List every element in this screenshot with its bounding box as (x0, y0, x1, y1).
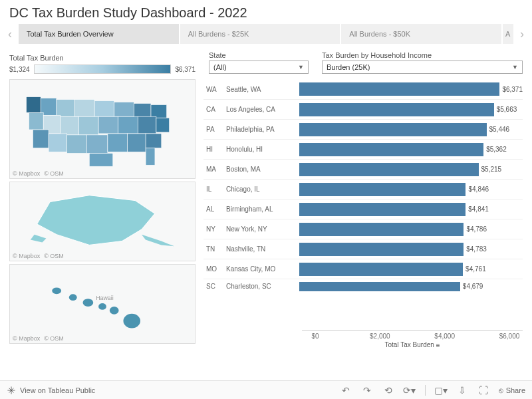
redo-button[interactable]: ↷ (361, 384, 373, 396)
bar-state-code: TN (203, 245, 226, 253)
svg-rect-21 (127, 134, 146, 152)
undo-button[interactable]: ↶ (340, 384, 352, 396)
svg-rect-14 (138, 116, 156, 134)
fullscreen-button[interactable]: ⛶ (477, 384, 489, 396)
state-filter-label: State (209, 51, 309, 59)
bar-fill (299, 82, 499, 96)
map-credit-osm: © OSM (44, 253, 64, 259)
income-filter-dropdown[interactable]: Burden (25K) ▼ (322, 61, 523, 74)
state-filter-dropdown[interactable]: (All) ▼ (209, 61, 309, 74)
share-button[interactable]: ⎋ Share (499, 386, 525, 394)
svg-rect-5 (114, 102, 134, 117)
replay-button[interactable]: ⟲ (382, 384, 394, 396)
tabs-next-arrow[interactable]: › (516, 23, 528, 45)
tabs-prev-arrow[interactable]: ‹ (4, 23, 16, 45)
bar-row[interactable]: WASeattle, WA$6,371 (203, 79, 523, 99)
bar-track: $4,783 (299, 239, 523, 259)
bar-row[interactable]: TNNashville, TN$4,783 (203, 239, 523, 259)
divider (425, 385, 426, 396)
page-title: DC Tax Burden Study Dashboard - 2022 (0, 0, 532, 23)
bar-fill (299, 243, 464, 256)
map-alaska[interactable]: © Mapbox© OSM (9, 182, 196, 261)
bar-track: $4,786 (299, 219, 523, 239)
svg-rect-13 (118, 116, 138, 134)
svg-rect-7 (151, 104, 167, 118)
svg-rect-18 (67, 135, 87, 154)
bar-fill (299, 143, 483, 156)
map-credit-osm: © OSM (44, 335, 64, 342)
bar-track: $4,841 (299, 200, 523, 219)
footer-toolbar: View on Tableau Public ↶ ↷ ⟲ ⟳▾ ▢▾ ⇩ ⛶ ⎋… (0, 380, 532, 399)
bar-city-label: Los Angeles, CA (226, 106, 299, 113)
bar-row[interactable]: MOKansas City, MO$4,761 (203, 259, 523, 279)
map-hawaii[interactable]: Hawaii © Mapbox© OSM (9, 264, 196, 344)
bar-fill (299, 123, 487, 136)
bar-state-code: CA (203, 106, 226, 113)
bar-track: $6,371 (299, 79, 523, 99)
bar-row[interactable]: HIHonolulu, HI$5,362 (203, 139, 523, 159)
bar-value-label: $4,783 (466, 245, 487, 253)
tab-partial[interactable]: A (503, 24, 513, 44)
view-on-tableau-link[interactable]: View on Tableau Public (7, 386, 95, 395)
svg-rect-3 (75, 100, 95, 117)
map-contiguous-us[interactable]: © Mapbox© OSM (9, 79, 196, 179)
svg-point-26 (69, 294, 77, 301)
bar-city-label: Honolulu, HI (226, 146, 299, 153)
bar-row[interactable]: NYNew York, NY$4,786 (203, 219, 523, 239)
bar-row[interactable]: CALos Angeles, CA$5,663 (203, 99, 523, 119)
svg-rect-23 (89, 154, 113, 167)
bar-city-label: Nashville, TN (226, 245, 299, 253)
bar-value-label: $4,786 (466, 225, 487, 233)
svg-rect-17 (49, 134, 67, 152)
sort-desc-icon[interactable]: ≡ (436, 342, 440, 349)
bar-city-label: Kansas City, MO (226, 265, 299, 273)
bar-city-label: Charleston, SC (226, 283, 299, 290)
tab-50k[interactable]: All Burdens - $50K (341, 24, 501, 44)
bar-value-label: $4,841 (468, 205, 489, 213)
bar-rows: WASeattle, WA$6,371CALos Angeles, CA$5,6… (203, 79, 523, 330)
legend: Total Tax Burden $1,324 $6,371 (9, 54, 196, 74)
tab-25k[interactable]: All Burdens - $25K (180, 24, 340, 44)
bar-city-label: Seattle, WA (226, 86, 299, 93)
tableau-logo-icon (7, 386, 16, 395)
bar-row[interactable]: MABoston, MA$5,215 (203, 159, 523, 179)
tab-overview[interactable]: Total Tax Burden Overview (19, 24, 179, 44)
svg-point-27 (83, 299, 94, 307)
svg-rect-20 (108, 134, 128, 152)
main-content: © Mapbox© OSM © Mapbox© OSM Hawaii © Map… (0, 76, 532, 349)
bar-row[interactable]: PAPhiladelphia, PA$5,446 (203, 119, 523, 139)
maps-column: © Mapbox© OSM © Mapbox© OSM Hawaii © Map… (9, 79, 196, 349)
svg-point-30 (123, 314, 140, 329)
map-credit-mapbox: © Mapbox (13, 335, 40, 342)
bar-value-label: $5,362 (486, 146, 507, 153)
bar-track: $4,761 (299, 259, 523, 279)
svg-rect-4 (94, 101, 114, 117)
bar-fill (299, 163, 479, 176)
svg-rect-24 (146, 148, 155, 166)
bar-value-label: $4,679 (463, 283, 483, 290)
bar-row[interactable]: SCCharleston, SC$4,679 (203, 279, 523, 293)
svg-point-28 (98, 303, 106, 310)
svg-rect-11 (78, 116, 98, 135)
legend-min: $1,324 (9, 66, 30, 73)
tab-strip: ‹ Total Tax Burden Overview All Burdens … (0, 23, 532, 45)
map-credit-mapbox: © Mapbox (13, 253, 40, 259)
bar-track: $5,446 (299, 120, 523, 139)
download-button[interactable]: ⇩ (456, 384, 468, 396)
device-preview-button[interactable]: ▢▾ (435, 384, 447, 396)
svg-rect-15 (156, 118, 170, 132)
svg-rect-22 (146, 134, 162, 148)
bar-state-code: AL (203, 205, 226, 213)
bar-row[interactable]: ALBirmingham, AL$4,841 (203, 199, 523, 219)
hawaii-label: Hawaii (96, 295, 114, 301)
bar-track: $5,362 (299, 140, 523, 159)
svg-rect-0 (27, 97, 41, 113)
svg-rect-12 (98, 116, 118, 134)
bar-city-label: New York, NY (226, 225, 299, 233)
svg-rect-8 (29, 112, 43, 130)
share-label: Share (506, 386, 525, 394)
revert-button[interactable]: ⟳▾ (404, 384, 416, 396)
bar-state-code: WA (203, 86, 226, 93)
x-axis-title: Total Tax Burden ≡ (302, 341, 523, 349)
bar-row[interactable]: ILChicago, IL$4,846 (203, 179, 523, 199)
